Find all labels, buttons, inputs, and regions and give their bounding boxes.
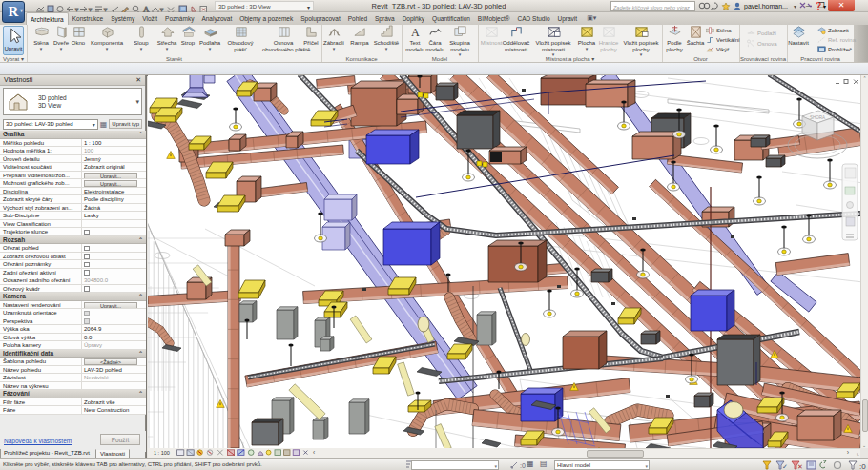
svg-text:‹: ‹ [313, 449, 315, 456]
svg-text::0: :0 [520, 462, 526, 469]
svg-text:✓: ✓ [782, 463, 788, 470]
svg-text:▾: ▾ [794, 4, 796, 10]
svg-text:pavel.homan...: pavel.homan... [744, 3, 788, 10]
svg-text::0: :0 [859, 462, 866, 470]
svg-text:✕: ✕ [797, 463, 803, 470]
svg-text:SHORA: SHORA [810, 115, 825, 120]
